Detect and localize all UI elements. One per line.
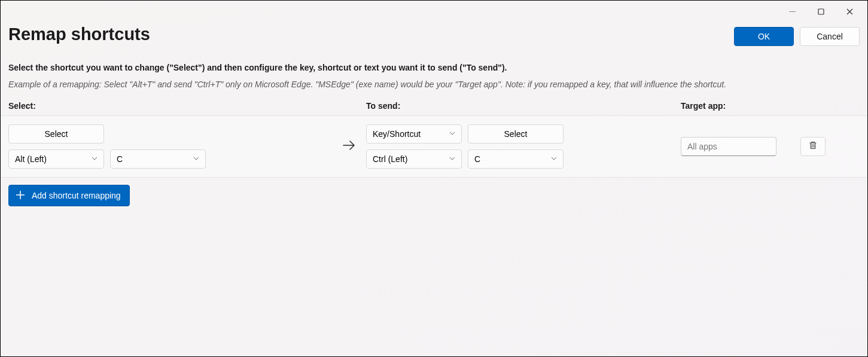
source-select-button[interactable]: Select <box>8 124 104 144</box>
send-type-value: Key/Shortcut <box>373 129 421 139</box>
close-button[interactable] <box>837 5 861 17</box>
dest-select-button[interactable]: Select <box>468 124 564 144</box>
chevron-down-icon <box>551 155 557 163</box>
source-key1-value: Alt (Left) <box>15 154 47 164</box>
source-key1-dropdown[interactable]: Alt (Left) <box>8 149 104 169</box>
dest-key2-dropdown[interactable]: C <box>468 149 564 169</box>
maximize-button[interactable] <box>809 5 833 17</box>
chevron-down-icon <box>92 155 98 163</box>
column-header-target: Target app: <box>681 101 860 111</box>
ok-button[interactable]: OK <box>734 27 794 46</box>
svg-rect-1 <box>818 9 824 14</box>
source-key2-value: C <box>117 154 123 164</box>
remap-row: Select Alt (Left) C <box>1 115 867 178</box>
dest-key2-value: C <box>474 154 480 164</box>
example-text: Example of a remapping: Select "Alt+T" a… <box>8 80 860 89</box>
delete-row-button[interactable] <box>800 137 826 156</box>
cancel-button[interactable]: Cancel <box>800 27 860 46</box>
arrow-right-icon <box>342 138 356 155</box>
add-shortcut-button[interactable]: Add shortcut remapping <box>8 185 130 206</box>
dest-key1-value: Ctrl (Left) <box>373 154 407 164</box>
column-header-select: Select: <box>8 101 366 111</box>
source-key2-dropdown[interactable]: C <box>110 149 206 169</box>
add-shortcut-label: Add shortcut remapping <box>32 191 121 200</box>
dest-key1-dropdown[interactable]: Ctrl (Left) <box>366 149 462 169</box>
minimize-button[interactable] <box>780 5 804 17</box>
trash-icon <box>808 141 818 152</box>
chevron-down-icon <box>193 155 199 163</box>
send-type-dropdown[interactable]: Key/Shortcut <box>366 124 462 144</box>
plus-icon <box>15 190 26 202</box>
chevron-down-icon <box>449 130 455 138</box>
chevron-down-icon <box>449 155 455 163</box>
page-title: Remap shortcuts <box>8 25 150 44</box>
column-header-tosend: To send: <box>366 101 681 111</box>
target-app-input[interactable]: All apps <box>681 137 776 156</box>
instruction-text: Select the shortcut you want to change (… <box>8 63 860 72</box>
